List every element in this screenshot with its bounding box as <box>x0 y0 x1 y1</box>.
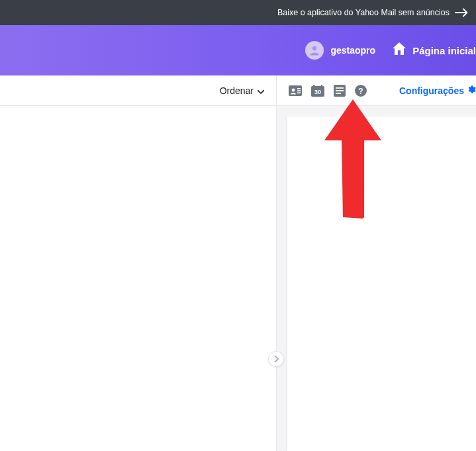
notepad-icon[interactable] <box>334 85 346 97</box>
svg-point-2 <box>292 88 295 91</box>
gear-icon <box>467 85 476 96</box>
svg-text:30: 30 <box>314 89 321 95</box>
toolbar-icon-group: 30 ? <box>289 85 367 97</box>
settings-link[interactable]: Configurações <box>399 85 476 96</box>
toolbar: Ordenar <box>0 75 476 106</box>
svg-rect-3 <box>297 88 301 89</box>
chevron-right-icon <box>274 353 279 365</box>
username-label: gestaopro <box>330 45 375 56</box>
sort-label: Ordenar <box>220 85 254 96</box>
user-menu[interactable]: gestaopro <box>305 41 375 60</box>
svg-rect-4 <box>297 90 301 91</box>
app-header: gestaopro Página inicial <box>0 25 476 75</box>
home-link[interactable]: Página inicial <box>391 41 476 60</box>
svg-rect-8 <box>321 85 323 88</box>
promo-banner[interactable]: Baixe o aplicativo do Yahoo Mail sem anú… <box>0 0 476 25</box>
reading-pane-content <box>287 117 476 451</box>
home-label: Página inicial <box>412 45 476 56</box>
chevron-down-icon <box>258 85 264 96</box>
svg-rect-12 <box>336 90 344 91</box>
svg-rect-13 <box>336 93 341 94</box>
svg-rect-11 <box>336 87 344 89</box>
svg-rect-5 <box>297 92 301 93</box>
collapse-pane-button[interactable] <box>268 351 284 367</box>
content-area <box>0 106 476 451</box>
svg-point-0 <box>312 46 316 50</box>
contacts-icon[interactable] <box>289 85 302 96</box>
message-list-pane <box>0 106 277 451</box>
help-icon[interactable]: ? <box>355 85 367 97</box>
toolbar-right: 30 ? Configurações <box>277 75 476 105</box>
svg-text:?: ? <box>358 86 363 95</box>
svg-rect-7 <box>313 85 315 88</box>
calendar-icon[interactable]: 30 <box>311 85 324 97</box>
home-icon <box>391 41 407 60</box>
settings-label: Configurações <box>399 85 464 96</box>
toolbar-left: Ordenar <box>0 75 277 105</box>
avatar <box>305 41 324 60</box>
promo-banner-text: Baixe o aplicativo do Yahoo Mail sem anú… <box>277 8 450 17</box>
arrow-right-icon <box>455 8 469 17</box>
sort-button[interactable]: Ordenar <box>220 85 264 96</box>
reading-pane <box>277 106 476 451</box>
